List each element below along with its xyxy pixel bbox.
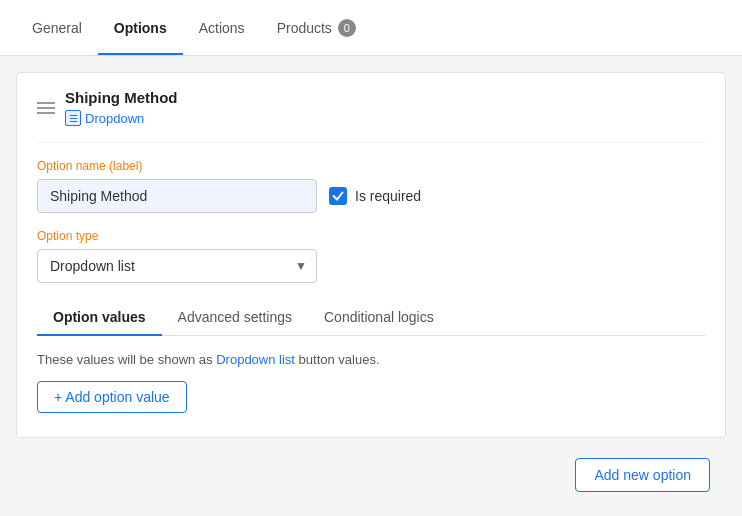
- is-required-row: Is required: [329, 187, 421, 205]
- tab-bar: General Options Actions Products 0: [0, 0, 742, 56]
- dropdown-type-icon: ☰: [65, 110, 81, 126]
- method-type: ☰ Dropdown: [65, 110, 177, 126]
- method-header: Shiping Method ☰ Dropdown: [37, 89, 705, 143]
- inner-tab-bar: Option values Advanced settings Conditio…: [37, 299, 705, 336]
- method-title: Shiping Method: [65, 89, 177, 106]
- option-name-field-row: Is required: [37, 179, 705, 213]
- drag-handle[interactable]: [37, 102, 55, 114]
- is-required-checkbox[interactable]: [329, 187, 347, 205]
- option-type-select[interactable]: Dropdown list Text Textarea Radio Checkb…: [37, 249, 317, 283]
- option-type-select-wrapper: Dropdown list Text Textarea Radio Checkb…: [37, 249, 317, 283]
- dropdown-list-link[interactable]: Dropdown list: [216, 352, 295, 367]
- method-type-label: Dropdown: [85, 111, 144, 126]
- bottom-bar: Add new option: [16, 450, 726, 500]
- main-content: Shiping Method ☰ Dropdown Option name (l…: [0, 56, 742, 516]
- inner-tab-advanced-settings[interactable]: Advanced settings: [162, 299, 308, 335]
- option-values-content: These values will be shown as Dropdown l…: [37, 352, 705, 413]
- inner-tab-option-values[interactable]: Option values: [37, 299, 162, 335]
- tab-actions[interactable]: Actions: [183, 0, 261, 55]
- add-new-option-button[interactable]: Add new option: [575, 458, 710, 492]
- option-name-label: Option name (label): [37, 159, 705, 173]
- tab-products[interactable]: Products 0: [261, 0, 372, 55]
- checkmark-icon: [332, 190, 344, 202]
- option-name-row: Option name (label) Is required: [37, 159, 705, 213]
- option-card: Shiping Method ☰ Dropdown Option name (l…: [16, 72, 726, 438]
- method-info: Shiping Method ☰ Dropdown: [65, 89, 177, 126]
- add-option-value-button[interactable]: + Add option value: [37, 381, 187, 413]
- option-type-row: Option type Dropdown list Text Textarea …: [37, 229, 705, 283]
- info-text: These values will be shown as Dropdown l…: [37, 352, 705, 367]
- option-name-input[interactable]: [37, 179, 317, 213]
- inner-tab-conditional-logics[interactable]: Conditional logics: [308, 299, 450, 335]
- tab-general[interactable]: General: [16, 0, 98, 55]
- option-type-label: Option type: [37, 229, 705, 243]
- is-required-label: Is required: [355, 188, 421, 204]
- products-badge: 0: [338, 19, 356, 37]
- tab-options[interactable]: Options: [98, 0, 183, 55]
